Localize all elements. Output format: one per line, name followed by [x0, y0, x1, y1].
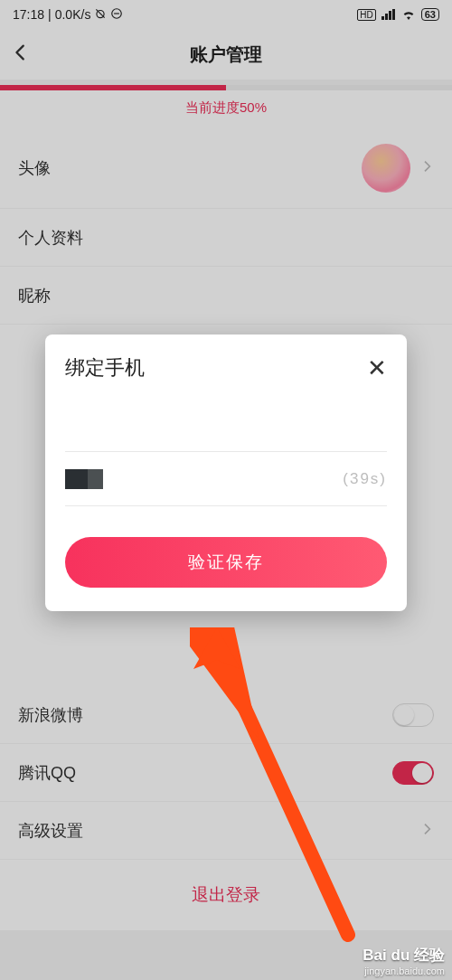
status-bar: 17:18 | 0.0K/s HD 63: [0, 0, 452, 29]
phone-input[interactable]: [65, 398, 387, 452]
svg-rect-4: [381, 16, 384, 20]
hd-icon: HD: [357, 9, 375, 21]
page-title: 账户管理: [190, 42, 262, 67]
wifi-icon: [401, 9, 416, 20]
page-header: 账户管理: [0, 29, 452, 80]
chevron-right-icon: [419, 159, 434, 177]
code-input[interactable]: [65, 469, 103, 489]
row-label: 腾讯QQ: [18, 762, 76, 784]
verify-save-button[interactable]: 验证保存: [65, 537, 387, 588]
row-nickname[interactable]: 昵称: [0, 267, 452, 325]
row-label: 新浪微博: [18, 704, 83, 726]
row-label: 昵称: [18, 285, 51, 306]
bind-phone-modal: 绑定手机 ✕ (39s) 验证保存: [45, 335, 407, 611]
row-qq[interactable]: 腾讯QQ: [0, 744, 452, 802]
watermark: Bai du 经验 jingyan.baidu.com: [363, 945, 445, 976]
battery-icon: 63: [421, 8, 439, 21]
dnd-icon: [110, 7, 123, 23]
status-netspeed: 0.0K/s: [55, 7, 91, 22]
row-advanced[interactable]: 高级设置: [0, 802, 452, 860]
row-weibo[interactable]: 新浪微博: [0, 686, 452, 744]
svg-rect-5: [385, 14, 388, 20]
svg-rect-6: [389, 11, 391, 20]
progress-section: 当前进度50%: [0, 85, 452, 127]
chevron-right-icon: [419, 822, 434, 840]
alarm-off-icon: [94, 7, 107, 23]
code-input-row: (39s): [65, 452, 387, 506]
close-icon[interactable]: ✕: [367, 356, 387, 380]
avatar-image: [362, 144, 410, 193]
row-label: 高级设置: [18, 820, 83, 842]
signal-icon: [381, 9, 396, 20]
toggle-qq[interactable]: [392, 761, 434, 785]
progress-bar: [0, 85, 452, 90]
row-avatar[interactable]: 头像: [0, 127, 452, 209]
row-label: 个人资料: [18, 227, 83, 249]
countdown-text: (39s): [343, 470, 387, 488]
row-label: 头像: [18, 157, 51, 179]
status-time: 17:18: [13, 7, 44, 22]
row-profile[interactable]: 个人资料: [0, 209, 452, 267]
back-button[interactable]: [11, 42, 31, 66]
modal-title: 绑定手机: [65, 354, 145, 382]
toggle-weibo[interactable]: [392, 703, 434, 727]
svg-rect-7: [392, 9, 395, 20]
logout-button[interactable]: 退出登录: [0, 860, 452, 930]
progress-label: 当前进度50%: [0, 90, 452, 122]
